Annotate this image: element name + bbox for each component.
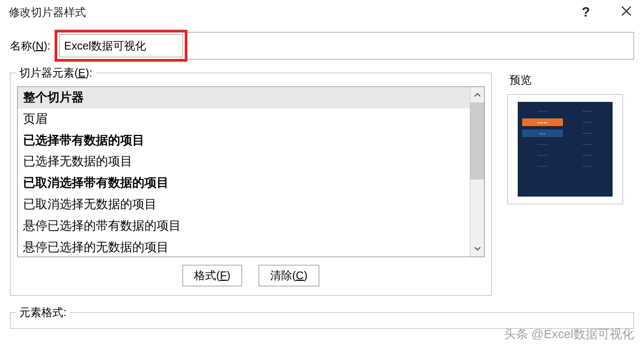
preview-cell: ━━━ xyxy=(567,151,608,159)
list-item[interactable]: 已取消选择无数据的项目 xyxy=(18,194,470,215)
preview-cell: ••• xyxy=(522,129,563,137)
list-item[interactable]: 悬停已选择的无数据的项目 xyxy=(18,237,470,257)
scroll-track[interactable] xyxy=(470,102,484,241)
elements-listbox[interactable]: 整个切片器页眉已选择带有数据的项目已选择无数据的项目已取消选择带有数据的项目已取… xyxy=(18,87,470,257)
scroll-thumb[interactable] xyxy=(470,102,484,180)
preview-cell: ━━━ xyxy=(522,107,563,115)
preview-label: 预览 xyxy=(507,73,634,88)
preview-cell: ━━━ xyxy=(567,129,608,137)
clear-button[interactable]: 清除(C) xyxy=(259,265,319,286)
list-item[interactable]: 悬停已选择的带有数据的项目 xyxy=(18,215,470,237)
name-input-highlight xyxy=(55,30,187,62)
preview-cell: ━━━ xyxy=(567,118,608,126)
format-button[interactable]: 格式(F) xyxy=(183,265,242,286)
preview-slicer: ━━━ ━━━ ••••• ━━━ ••• ━━━ ━━━ ━━━ ━━━ ━━… xyxy=(518,102,613,197)
preview-cell: ━━━ xyxy=(522,140,563,148)
elements-legend: 切片器元素(E): xyxy=(16,66,95,80)
elements-fieldset: 切片器元素(E): 整个切片器页眉已选择带有数据的项目已选择无数据的项目已取消选… xyxy=(10,73,492,296)
list-item[interactable]: 已选择带有数据的项目 xyxy=(18,130,470,151)
preview-cell: ━━━ xyxy=(522,162,563,170)
preview-cell: ••••• xyxy=(522,118,563,126)
list-item[interactable]: 已取消选择带有数据的项目 xyxy=(18,172,470,194)
element-format-legend: 元素格式: xyxy=(16,305,70,320)
element-format-fieldset: 元素格式: xyxy=(10,312,634,329)
preview-cell: ━━━ xyxy=(567,162,608,170)
name-label: 名称(N): xyxy=(10,39,50,53)
chevron-down-icon xyxy=(474,247,481,251)
close-icon xyxy=(621,6,632,17)
scroll-down-button[interactable] xyxy=(470,241,484,257)
preview-box: ━━━ ━━━ ••••• ━━━ ••• ━━━ ━━━ ━━━ ━━━ ━━… xyxy=(507,94,623,204)
chevron-up-icon xyxy=(474,93,481,97)
preview-cell: ━━━ xyxy=(567,107,608,115)
close-button[interactable] xyxy=(618,4,635,20)
scroll-up-button[interactable] xyxy=(470,87,484,102)
list-item[interactable]: 整个切片器 xyxy=(18,87,470,108)
preview-cell: ━━━ xyxy=(522,151,563,159)
name-input-extension[interactable] xyxy=(187,32,634,59)
dialog-title: 修改切片器样式 xyxy=(9,5,86,20)
help-button[interactable]: ? xyxy=(582,4,590,20)
list-item[interactable]: 页眉 xyxy=(18,108,470,130)
scrollbar[interactable] xyxy=(470,87,484,257)
preview-cell: ━━━ xyxy=(567,140,608,148)
name-input[interactable] xyxy=(59,34,183,57)
list-item[interactable]: 已选择无数据的项目 xyxy=(18,151,470,172)
